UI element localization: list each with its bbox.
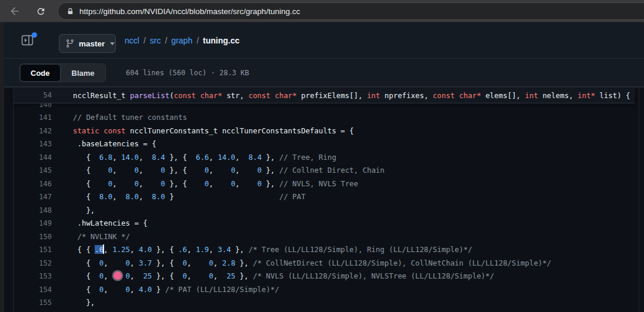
code-token: (	[169, 91, 173, 100]
code-token: const	[433, 91, 455, 100]
url-text: https://github.com/NVIDIA/nccl/blob/mast…	[79, 7, 300, 16]
line-number[interactable]: 150	[14, 230, 52, 244]
code-token: /* NVLS (LL/LL128/Simple), NVLSTree (LL/…	[253, 271, 494, 280]
notification-dot	[32, 32, 37, 38]
code-token: prefixElems[],	[297, 91, 367, 100]
code-token: int	[525, 91, 538, 100]
code-token: 6.8	[99, 153, 112, 162]
code-line: 155 },	[14, 296, 639, 310]
line-number[interactable]: 147	[14, 190, 52, 204]
tab-code[interactable]: Code	[20, 64, 61, 82]
code-line: 141// Default tuner constants	[14, 111, 639, 125]
code-token: }	[152, 285, 165, 294]
line-number[interactable]: 146	[14, 177, 52, 191]
code-token: }, {	[152, 245, 178, 254]
code-token: 2.8	[222, 259, 235, 267]
line-number[interactable]: 152	[14, 257, 52, 270]
code-token: ,	[112, 153, 121, 162]
code-token: 0	[126, 259, 130, 267]
code-line: 152 { 0, 0, 3.7 }, { 0, 0, 2.8 }, /* Col…	[14, 257, 639, 270]
code-token: }	[165, 192, 279, 201]
code-text: { 0, 0, 25 }, { 0, 0, 25 }, /* NVLS (LL/…	[52, 270, 494, 283]
code-token: },	[231, 245, 249, 254]
code-text: { 0, 0, 3.7 }, { 0, 0, 2.8 }, /* CollNet…	[52, 257, 551, 270]
code-token: ,	[130, 245, 139, 254]
line-number[interactable]: 145	[14, 164, 52, 177]
line-number[interactable]: 151	[14, 243, 52, 257]
line-number[interactable]: 144	[14, 151, 52, 165]
breadcrumb-src-link[interactable]: src	[150, 36, 161, 45]
code-token: }, {	[152, 259, 182, 267]
code-token: list) {	[595, 91, 630, 100]
file-header: master nccl / src / graph / tuning.cc	[4, 22, 644, 59]
code-token: ,	[213, 259, 222, 267]
code-token: 0	[183, 259, 187, 267]
code-token: },	[262, 166, 279, 175]
line-number[interactable]: 155	[14, 296, 52, 310]
url-bar[interactable]: https://github.com/NVIDIA/nccl/blob/mast…	[58, 2, 644, 20]
code-token: ,	[104, 285, 125, 294]
code-token: int	[367, 91, 380, 100]
code-token: { {	[73, 245, 95, 254]
code-token: ,	[104, 271, 112, 280]
selected-text: .6	[95, 245, 104, 254]
tab-blame[interactable]: Blame	[61, 64, 105, 82]
code-token: // Tree, Ring	[279, 153, 336, 162]
code-token: /* NVLINK */	[77, 232, 130, 241]
code-token: 14.0	[121, 153, 139, 162]
code-token: 0	[209, 259, 213, 267]
code-line: 144 { 6.8, 14.0, 8.4 }, { 6.6, 14.0, 8.4…	[14, 151, 639, 165]
code-token: 8.4	[152, 153, 165, 162]
sticky-context-line: 54ncclResult_t parseList(const char* str…	[14, 88, 635, 103]
code-token: 0	[231, 166, 235, 175]
code-token: },	[73, 206, 95, 214]
code-token: char*	[200, 91, 222, 100]
code-token: {	[73, 153, 99, 162]
breadcrumb-graph-link[interactable]: graph	[171, 36, 192, 45]
back-icon[interactable]	[8, 5, 21, 18]
line-number[interactable]: 154	[14, 283, 52, 297]
code-token: elems[],	[481, 91, 525, 100]
code-token: int*	[578, 91, 595, 100]
code-token: {	[73, 259, 99, 267]
code-token: 14.0	[218, 153, 235, 162]
code-token: ,	[104, 259, 125, 267]
line-number[interactable]: 149	[14, 217, 52, 230]
code-token: /* CollNetDirect (LL/LL128/Simple), Coll…	[253, 259, 551, 267]
code-token: const	[248, 91, 270, 100]
code-token: ,	[112, 192, 125, 201]
code-token: const	[104, 126, 125, 135]
code-text: { 0, 0, 0 }, { 0, 0, 0 }, // Collnet Dir…	[52, 164, 385, 177]
code-text: { 0, 0, 4.0 } /* PAT (LL/LL128/Simple)*/	[52, 283, 279, 297]
code-line: 143 .baseLatencies = {	[14, 137, 639, 151]
code-line: 149 .hwLatencies = {	[14, 217, 639, 230]
code-text: { 8.0, 8.0, 8.0 } // PAT	[52, 190, 305, 204]
code-token: // PAT	[279, 192, 306, 201]
code-token: 0	[257, 166, 261, 175]
code-token: /* PAT (LL/LL128/Simple)*/	[165, 285, 279, 294]
breadcrumb-repo-link[interactable]: nccl	[125, 36, 139, 45]
breadcrumb: nccl / src / graph / tuning.cc	[125, 22, 239, 59]
branch-selector-button[interactable]: master	[59, 34, 116, 53]
code-line: 154 { 0, 0, 4.0 } /* PAT (LL/LL128/Simpl…	[14, 283, 639, 297]
line-number[interactable]: 143	[14, 137, 52, 151]
code-token: char*	[275, 91, 296, 100]
code-token: ,	[139, 179, 161, 188]
code-token: {	[73, 179, 108, 188]
line-number[interactable]: 54	[14, 88, 52, 103]
code-view: 140141// Default tuner constants142stati…	[4, 87, 644, 312]
code-token: 0	[231, 179, 235, 188]
line-number[interactable]: 153	[14, 270, 52, 283]
code-token: // Collnet Direct, Chain	[279, 166, 385, 175]
code-token: ,	[209, 245, 218, 254]
line-number[interactable]: 142	[14, 125, 52, 138]
line-number[interactable]: 148	[14, 204, 52, 217]
code-token: 0	[134, 166, 138, 175]
code-token: {	[73, 271, 99, 280]
code-text: },	[52, 204, 95, 217]
refresh-icon[interactable]	[34, 5, 47, 18]
code-token: .6	[178, 245, 187, 254]
line-number[interactable]: 141	[14, 111, 52, 125]
code-token: 0	[183, 271, 187, 280]
code-token: .hwLatencies = {	[73, 219, 148, 227]
